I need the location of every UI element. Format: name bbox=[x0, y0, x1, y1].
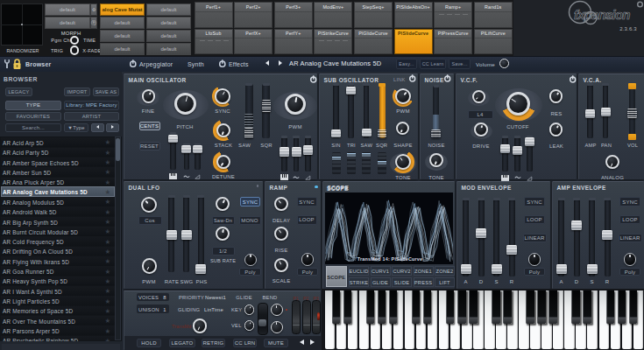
svg-text:fxpansion: fxpansion bbox=[574, 7, 630, 22]
